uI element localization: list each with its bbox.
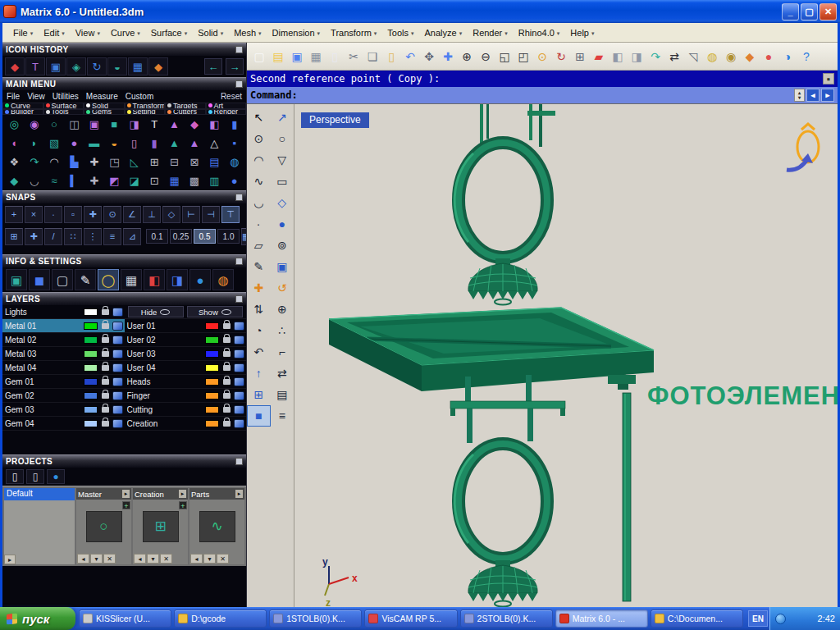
tool-icon[interactable]: ◧ <box>204 115 224 134</box>
category-button[interactable]: Render <box>206 109 247 116</box>
tool-icon[interactable]: ◡ <box>24 171 43 190</box>
tool-icon[interactable]: ● <box>271 213 294 235</box>
layer-row[interactable]: User 04 <box>125 361 247 375</box>
column-back-button[interactable]: ◂ <box>77 554 89 564</box>
tool-icon[interactable]: T <box>25 57 45 75</box>
layer-row[interactable]: Metal 01 <box>2 319 125 333</box>
category-button[interactable]: Curve <box>2 103 43 109</box>
layer-material-icon[interactable] <box>112 322 123 331</box>
layer-row[interactable]: Creation <box>125 417 247 431</box>
tool-icon[interactable]: ⊞ <box>247 384 271 405</box>
menubar-item[interactable]: Analyze <box>419 25 468 40</box>
menubar-item[interactable]: View <box>70 25 105 40</box>
layer-color-swatch[interactable] <box>205 392 219 399</box>
tool-icon[interactable]: ◆ <box>5 57 25 75</box>
tool-icon[interactable]: ✎ <box>247 256 271 277</box>
layer-lock-icon[interactable] <box>102 421 109 427</box>
snap-button[interactable]: ⊥ <box>143 206 161 223</box>
tool-icon[interactable]: ◺ <box>124 153 144 171</box>
column-save-button[interactable]: ▾ <box>90 554 103 564</box>
snap-button[interactable]: ⊤ <box>221 206 240 223</box>
layer-lock-icon[interactable] <box>102 323 109 329</box>
project-expand-button[interactable]: ▸ <box>4 555 16 564</box>
tool-icon[interactable]: ⇄ <box>271 363 294 384</box>
tool-icon[interactable]: ◖ <box>4 134 24 153</box>
layer-row[interactable]: Lights <box>2 305 125 319</box>
layer-material-icon[interactable] <box>112 377 123 386</box>
tool-icon[interactable]: ○ <box>44 115 64 134</box>
menubar-item[interactable]: Dimension <box>267 25 325 40</box>
gem-ring-icon[interactable]: ◯ <box>98 269 119 290</box>
snap-button[interactable]: ✚ <box>25 228 43 245</box>
tool-icon[interactable]: ▥ <box>204 171 224 190</box>
tool-icon[interactable]: ↗ <box>271 107 294 128</box>
tool-icon[interactable]: ▭ <box>271 171 294 192</box>
scale-icon[interactable]: ◹ <box>684 46 702 67</box>
category-button[interactable]: Setting <box>125 109 166 116</box>
layer-material-icon[interactable] <box>112 363 123 372</box>
menubar-item[interactable]: Rhino4.0 <box>513 25 565 40</box>
snap-button[interactable]: ⊢ <box>182 206 200 223</box>
layer-material-icon[interactable] <box>112 308 123 317</box>
category-button[interactable]: Surface <box>43 103 84 109</box>
layer-lock-icon[interactable] <box>223 365 231 371</box>
tool-icon[interactable]: ▧ <box>44 134 64 153</box>
tool-icon[interactable]: ▯ <box>124 134 144 153</box>
taskbar-button[interactable]: 1STOLB(0).K... <box>269 609 362 628</box>
hide-button[interactable]: Hide <box>128 306 184 317</box>
project-column-menu-button[interactable]: ▸ <box>122 490 130 498</box>
snap-value-button[interactable]: 0.1 <box>146 229 168 244</box>
show-button[interactable]: Show <box>187 306 243 317</box>
snap-value-button[interactable]: 0.5 <box>194 229 216 244</box>
tool-icon[interactable]: ▍ <box>64 171 84 190</box>
tool-icon[interactable]: ◔ <box>247 320 271 341</box>
tool-icon[interactable]: △ <box>204 134 224 153</box>
tool-icon[interactable]: ↖ <box>247 107 271 128</box>
category-button[interactable]: Tools <box>43 109 84 116</box>
taskbar-button[interactable]: D:\gcode <box>174 609 267 628</box>
layer-lock-icon[interactable] <box>102 393 109 399</box>
layer-lock-icon[interactable] <box>102 309 109 315</box>
layer-color-swatch[interactable] <box>84 420 98 427</box>
layer-material-icon[interactable] <box>112 336 123 345</box>
material-ball-icon[interactable]: ● <box>760 46 778 67</box>
menubar-item[interactable]: Edit <box>38 25 69 40</box>
add-item-button[interactable]: + <box>179 501 187 509</box>
project-column-menu-button[interactable]: ▸ <box>235 490 243 498</box>
layer-row[interactable]: Gem 01 <box>2 375 125 389</box>
tool-icon[interactable]: ◠ <box>44 153 64 171</box>
move-icon[interactable]: ✚ <box>439 46 457 67</box>
tool-icon[interactable]: ◆ <box>185 115 204 134</box>
layer-color-swatch[interactable] <box>205 420 219 427</box>
layer-row[interactable]: Metal 02 <box>2 333 125 347</box>
snap-value-button[interactable]: 1.0 <box>217 229 240 244</box>
menubar-item[interactable]: Curve <box>105 25 145 40</box>
layer-lock-icon[interactable] <box>223 323 231 329</box>
layer-row[interactable]: Finger <box>125 389 247 403</box>
layer-lock-icon[interactable] <box>102 337 109 343</box>
layer-row[interactable]: User 03 <box>125 347 247 361</box>
tool-icon[interactable]: ↑ <box>247 363 271 384</box>
tool-icon[interactable]: ▬ <box>84 134 104 153</box>
tool-icon[interactable]: ● <box>64 134 84 153</box>
tool-icon[interactable]: ⊡ <box>144 171 164 190</box>
layer-material-icon[interactable] <box>234 363 244 372</box>
tool-icon[interactable]: ◉ <box>24 115 43 134</box>
snap-button[interactable]: ▫ <box>64 206 82 223</box>
menubar-item[interactable]: Mesh <box>228 25 266 40</box>
tool-icon[interactable]: ■ <box>247 405 271 427</box>
category-button[interactable]: Transform <box>125 103 166 109</box>
column-back-button[interactable]: ◂ <box>134 554 146 564</box>
project-item-default[interactable]: Default <box>4 488 75 500</box>
mirror-icon[interactable]: ⇄ <box>665 46 683 67</box>
tool-icon[interactable]: ⌐ <box>271 341 294 363</box>
blue-tool-icon[interactable]: ◨ <box>167 269 188 290</box>
snap-button[interactable]: ≡ <box>103 228 121 245</box>
add-item-button[interactable]: + <box>122 501 130 509</box>
taskbar-button[interactable]: C:\Documen... <box>651 609 743 628</box>
snap-button[interactable]: ⊿ <box>123 228 141 245</box>
tool-icon[interactable]: ⊙ <box>247 128 271 149</box>
copy-icon[interactable]: ❏ <box>363 46 381 67</box>
viewport-perspective[interactable]: ФОТОЭЛЕМЕНТ y x z ↖ <box>247 103 838 607</box>
display-icon[interactable]: ▢ <box>52 269 73 290</box>
